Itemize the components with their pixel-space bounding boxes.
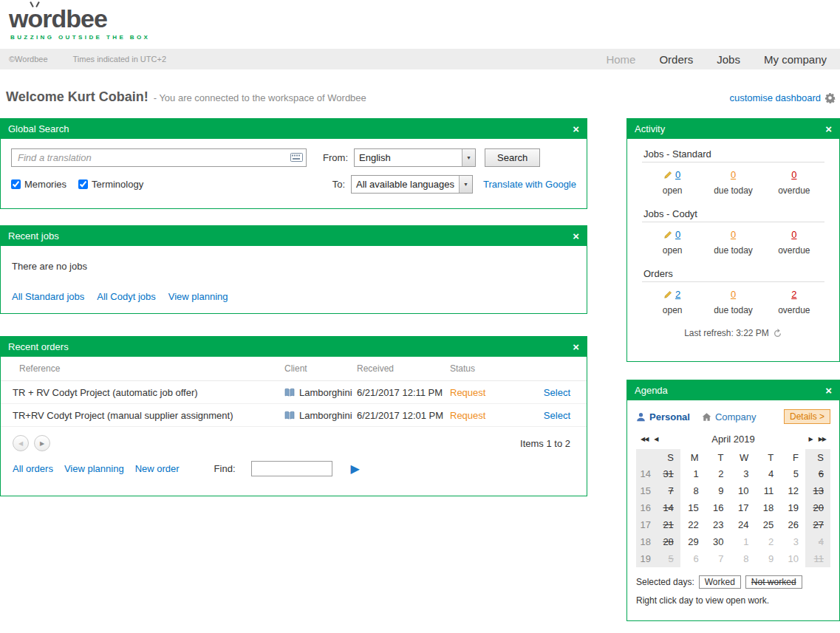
close-icon[interactable]: × bbox=[573, 230, 579, 242]
calendar-day[interactable]: 5 bbox=[780, 465, 805, 482]
calendar-day[interactable]: 31 bbox=[655, 465, 680, 482]
close-icon[interactable]: × bbox=[573, 341, 579, 352]
all-codyt-jobs-link[interactable]: All Codyt jobs bbox=[97, 291, 155, 302]
calendar-day[interactable]: 3 bbox=[731, 465, 756, 482]
calendar-day[interactable]: 14 bbox=[655, 499, 680, 516]
calendar-day[interactable]: 26 bbox=[780, 516, 805, 533]
calendar-day[interactable]: 20 bbox=[805, 499, 830, 516]
to-language-select[interactable]: All available languages ▼ bbox=[351, 175, 473, 194]
calendar-day[interactable]: 29 bbox=[680, 533, 706, 550]
open-count-link[interactable]: 0 bbox=[675, 169, 680, 180]
overdue-count-link[interactable]: 0 bbox=[791, 229, 796, 240]
calendar-day[interactable]: 1 bbox=[731, 533, 756, 550]
calendar-day[interactable]: 8 bbox=[731, 550, 756, 567]
calendar-day[interactable]: 9 bbox=[755, 550, 780, 567]
calendar-day[interactable]: 6 bbox=[680, 550, 706, 567]
refresh-icon[interactable] bbox=[773, 329, 782, 338]
calendar-day[interactable]: 4 bbox=[805, 533, 830, 550]
due-count-link[interactable]: 0 bbox=[731, 289, 736, 300]
nav-my-company[interactable]: My company bbox=[764, 53, 827, 66]
search-button[interactable]: Search bbox=[485, 148, 540, 167]
calendar-day[interactable]: 5 bbox=[655, 550, 680, 567]
close-icon[interactable]: × bbox=[825, 123, 832, 134]
calendar-day[interactable]: 18 bbox=[755, 499, 780, 516]
tab-company[interactable]: Company bbox=[702, 411, 757, 422]
find-order-input[interactable] bbox=[251, 461, 332, 476]
open-stat: 0 open bbox=[642, 169, 703, 196]
welcome-title: Welcome Kurt Cobain! bbox=[6, 89, 148, 105]
calendar-day[interactable]: 15 bbox=[680, 499, 706, 516]
calendar-day[interactable]: 3 bbox=[780, 533, 805, 550]
overdue-count-link[interactable]: 0 bbox=[791, 169, 796, 180]
from-language-select[interactable]: English ▼ bbox=[354, 148, 476, 167]
calendar-day[interactable]: 25 bbox=[755, 516, 780, 533]
calendar-day[interactable]: 30 bbox=[706, 533, 731, 550]
page-next-button[interactable]: ▶ bbox=[34, 435, 50, 451]
details-button[interactable]: Details > bbox=[784, 409, 830, 424]
open-count-link[interactable]: 2 bbox=[675, 289, 680, 300]
all-standard-jobs-link[interactable]: All Standard jobs bbox=[12, 291, 84, 302]
calendar-day[interactable]: 24 bbox=[731, 516, 756, 533]
nav-jobs[interactable]: Jobs bbox=[717, 53, 740, 66]
calendar-day[interactable]: 7 bbox=[706, 550, 731, 567]
next-month-icon[interactable]: ▶ bbox=[806, 436, 816, 442]
calendar-day[interactable]: 28 bbox=[655, 533, 680, 550]
terminology-option[interactable]: Terminology bbox=[78, 179, 143, 190]
calendar-day[interactable]: 27 bbox=[805, 516, 830, 533]
due-count-link[interactable]: 0 bbox=[731, 169, 736, 180]
view-planning-link[interactable]: View planning bbox=[64, 463, 124, 474]
calendar-day[interactable]: 7 bbox=[655, 482, 680, 499]
chevron-down-icon[interactable]: ▼ bbox=[462, 149, 475, 166]
view-planning-link[interactable]: View planning bbox=[168, 291, 228, 302]
next-year-icon[interactable]: ▶▶ bbox=[816, 436, 829, 442]
calendar-day[interactable]: 23 bbox=[706, 516, 731, 533]
prev-month-icon[interactable]: ◀ bbox=[651, 436, 660, 442]
find-go-button[interactable]: ▶ bbox=[351, 463, 360, 475]
not-worked-button[interactable]: Not worked bbox=[745, 575, 802, 589]
calendar-day[interactable]: 10 bbox=[731, 482, 756, 499]
prev-year-icon[interactable]: ◀◀ bbox=[638, 436, 651, 442]
new-order-link[interactable]: New order bbox=[135, 463, 180, 474]
calendar-day[interactable]: 2 bbox=[755, 533, 780, 550]
calendar-day[interactable]: 10 bbox=[780, 550, 805, 567]
nav-home[interactable]: Home bbox=[606, 53, 635, 66]
recent-orders-header: Recent orders × bbox=[1, 337, 587, 357]
calendar-day[interactable]: 11 bbox=[755, 482, 780, 499]
select-order-link[interactable]: Select bbox=[526, 387, 570, 398]
calendar-day[interactable]: 21 bbox=[655, 516, 680, 533]
calendar-day[interactable]: 16 bbox=[706, 499, 731, 516]
global-search-row-2: Memories Terminology To: All available l… bbox=[1, 175, 587, 194]
memories-checkbox[interactable] bbox=[11, 179, 21, 189]
translation-search-input[interactable] bbox=[11, 148, 307, 167]
all-orders-link[interactable]: All orders bbox=[13, 463, 53, 474]
memories-option[interactable]: Memories bbox=[11, 179, 66, 190]
calendar-day[interactable]: 8 bbox=[680, 482, 706, 499]
close-icon[interactable]: × bbox=[825, 385, 832, 396]
calendar-day[interactable]: 4 bbox=[755, 465, 780, 482]
customise-dashboard-link[interactable]: customise dashboard bbox=[729, 92, 836, 103]
calendar-day[interactable]: 11 bbox=[805, 550, 830, 567]
open-count-link[interactable]: 0 bbox=[675, 229, 680, 240]
close-icon[interactable]: × bbox=[573, 123, 579, 134]
calendar-day[interactable]: 19 bbox=[780, 499, 805, 516]
select-order-link[interactable]: Select bbox=[526, 410, 570, 421]
worked-button[interactable]: Worked bbox=[699, 575, 741, 589]
chevron-down-icon[interactable]: ▼ bbox=[459, 176, 472, 193]
calendar-day[interactable]: 6 bbox=[805, 465, 830, 482]
calendar-day[interactable]: 9 bbox=[706, 482, 731, 499]
calendar-day[interactable]: 13 bbox=[805, 482, 830, 499]
customise-dashboard-label: customise dashboard bbox=[729, 92, 821, 103]
translate-with-google-link[interactable]: Translate with Google bbox=[483, 179, 576, 190]
overdue-count-link[interactable]: 2 bbox=[791, 289, 796, 300]
calendar-day[interactable]: 2 bbox=[706, 465, 731, 482]
calendar-day[interactable]: 12 bbox=[780, 482, 805, 499]
keyboard-icon[interactable] bbox=[290, 153, 303, 162]
nav-orders[interactable]: Orders bbox=[659, 53, 693, 66]
page-prev-button[interactable]: ◀ bbox=[13, 435, 29, 451]
terminology-checkbox[interactable] bbox=[78, 179, 88, 189]
tab-personal[interactable]: Personal bbox=[636, 411, 690, 422]
calendar-day[interactable]: 1 bbox=[680, 465, 706, 482]
calendar-day[interactable]: 22 bbox=[680, 516, 706, 533]
calendar-day[interactable]: 17 bbox=[731, 499, 756, 516]
due-count-link[interactable]: 0 bbox=[731, 229, 736, 240]
